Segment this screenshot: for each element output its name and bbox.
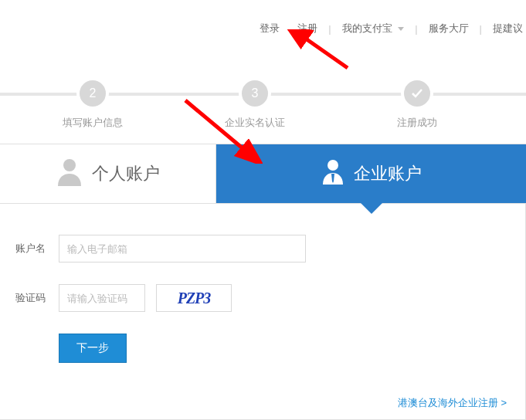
captcha-label: 验证码 [15,291,59,305]
business-user-icon [321,158,344,189]
steps-bar: 2 填写账户信息 3 企业实名认证 注册成功 [0,77,526,131]
account-tabs: 个人账户 企业账户 [0,144,526,204]
svg-point-0 [63,159,76,171]
top-nav: 登录 · 注册 | 我的支付宝 | 服务大厅 | 提建议 [256,22,526,36]
user-icon [56,157,83,191]
step-3-circle: 3 [239,77,271,110]
tab-personal-label: 个人账户 [92,162,160,185]
svg-line-2 [301,36,348,68]
tab-enterprise-label: 企业账户 [354,162,422,185]
form-panel: 账户名 验证码 PZP3 下一步 港澳台及海外企业注册 > [0,204,526,420]
step-4-label: 注册成功 [340,116,494,130]
step-3-label: 企业实名认证 [178,116,332,130]
overseas-register-link[interactable]: 港澳台及海外企业注册 > [398,396,507,410]
svg-point-1 [327,160,338,171]
service-link[interactable]: 服务大厅 [426,22,472,36]
account-input[interactable] [59,235,306,262]
nav-dash: · [283,23,295,35]
button-row: 下一步 [59,334,525,363]
captcha-input[interactable] [59,284,145,312]
account-row: 账户名 [15,235,525,262]
next-button[interactable]: 下一步 [59,334,127,363]
register-link[interactable]: 注册 [294,22,321,36]
account-label: 账户名 [15,242,59,256]
tab-enterprise[interactable]: 企业账户 [216,144,526,203]
captcha-image[interactable]: PZP3 [156,284,232,312]
nav-sep-1: | [321,23,338,35]
step-4: 注册成功 [340,77,494,130]
feedback-link[interactable]: 提建议 [490,22,526,36]
nav-sep-3: | [472,23,490,35]
captcha-row: 验证码 PZP3 [15,284,525,312]
my-alipay-link[interactable]: 我的支付宝 [339,22,408,36]
step-2-label: 填写账户信息 [15,116,170,130]
step-2-circle: 2 [76,77,109,110]
annotation-arrow-icon [286,29,363,76]
step-3: 3 企业实名认证 [178,77,332,130]
step-4-check-icon [401,77,433,110]
tab-personal[interactable]: 个人账户 [0,144,216,203]
step-2: 2 填写账户信息 [15,77,170,130]
nav-sep-2: | [407,23,425,35]
my-alipay-label: 我的支付宝 [342,22,392,34]
chevron-down-icon [398,27,404,31]
login-link[interactable]: 登录 [256,22,283,36]
